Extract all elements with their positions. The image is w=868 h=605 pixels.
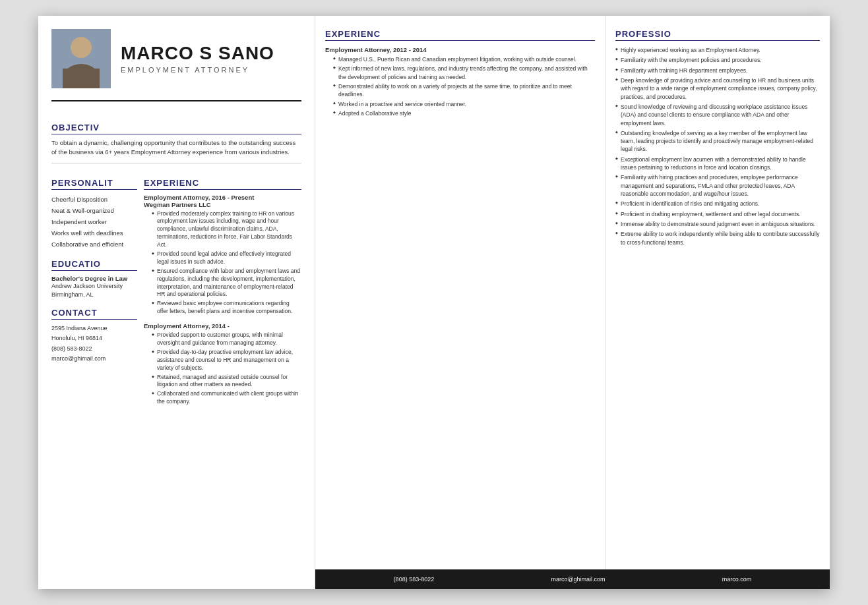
footer-bar: (808) 583-8022 marco@ghimail.com marco.c… [315,569,830,589]
exp-bullet: Ensured compliance with labor and employ… [152,268,301,299]
right-exp-bullet: Managed U.S., Puerto Rican and Canadian … [333,55,595,63]
right-exp-title: EXPERIENC [325,29,595,41]
right-exp-bullets-1: Managed U.S., Puerto Rican and Canadian … [333,55,595,117]
exp-bullet: Provided sound legal advice and effectiv… [152,250,301,266]
contact-address: 2595 Indiana Avenue [51,324,137,333]
contact-title: CONTACT [51,308,137,320]
exp-bullet: Provided moderately complex training to … [152,210,301,249]
right-exp-bullet: Adopted a Collaborative style [333,109,595,117]
exp-bullet: Provided support to customer groups, wit… [152,331,301,347]
edu-city: Birmingham, AL [51,291,137,299]
prof-bullet: Proficient in identification of risks an… [615,200,820,208]
personality-title: PERSONALIT [51,178,137,190]
header-divider [51,100,301,101]
avatar-image [51,29,111,88]
exp-entry-1: Employment Attorney, 2016 - Present Wegm… [144,194,301,316]
contact-email: marco@ghimail.com [51,354,137,364]
exp-bullet: Retained, managed and assisted outside c… [152,374,301,389]
objective-text: To obtain a dynamic, challenging opportu… [51,138,301,158]
resume-container: MARCO S SANO EMPLOYMENT ATTORNEY OBJECTI… [38,16,830,589]
prof-bullet: Immense ability to demonstrate sound jud… [615,220,820,228]
personality-item: Neat & Well-organized [51,205,137,216]
exp-title-1: Employment Attorney, 2016 - Present [144,194,301,201]
right-exp-entry-1: Employment Attorney, 2012 - 2014 Managed… [325,46,595,117]
left-content: OBJECTIV To obtain a dynamic, challengin… [38,113,315,589]
prof-bullet: Outstanding knowledge of serving as a ke… [615,129,820,154]
contact-block: 2595 Indiana Avenue Honolulu, HI 96814 (… [51,324,137,364]
prof-bullet: Proficient in drafting employment, settl… [615,210,820,218]
contact-phone: (808) 583-8022 [51,344,137,354]
professional-column: PROFESSIO Highly experienced working as … [605,16,830,569]
experience-main: EXPERIENC Employment Attorney, 2012 - 20… [315,16,605,569]
education-block: Bachelor's Degree in Law Andrew Jackson … [51,275,137,299]
exp-bullet: Provided day-to-day proactive employment… [152,349,301,372]
prof-bullet: Familiarity with training HR department … [615,67,820,74]
left-panel: MARCO S SANO EMPLOYMENT ATTORNEY OBJECTI… [38,16,315,589]
personality-list: Cheerful Disposition Neat & Well-organiz… [51,194,137,250]
edu-school: Andrew Jackson University [51,282,137,291]
personality-column: PERSONALIT Cheerful Disposition Neat & W… [51,169,137,413]
edu-degree: Bachelor's Degree in Law [51,275,137,282]
exp-bullets-2: Provided support to customer groups, wit… [152,331,301,406]
prof-bullet: Extreme ability to work independently wh… [615,230,820,246]
personality-item: Independent worker [51,216,137,227]
professional-list: Highly experienced working as an Employm… [615,46,820,246]
job-title-header: EMPLOYMENT ATTORNEY [121,66,301,74]
right-exp-bullet: Demonstrated ability to work on a variet… [333,82,595,99]
name-block: MARCO S SANO EMPLOYMENT ATTORNEY [121,43,301,74]
prof-bullet: Exceptional employment law acumen with a… [615,156,820,172]
prof-bullet: Highly experienced working as an Employm… [615,46,820,54]
personality-item: Collaborative and efficient [51,239,137,250]
objective-title: OBJECTIV [51,123,301,134]
footer-email: marco@ghimail.com [551,576,605,583]
candidate-name: MARCO S SANO [121,43,301,64]
exp-company-1: Wegman Partners LLC [144,201,301,208]
contact-citystate: Honolulu, HI 96814 [51,333,137,343]
header-top: MARCO S SANO EMPLOYMENT ATTORNEY [51,29,301,88]
prof-bullet: Familiarity with hiring practices and pr… [615,173,820,198]
right-exp-bullet: Kept informed of new laws, regulations, … [333,65,595,81]
exp-bullets-1: Provided moderately complex training to … [152,210,301,316]
footer-website: marco.com [722,576,752,583]
right-top: EXPERIENC Employment Attorney, 2012 - 20… [315,16,830,569]
personality-item: Works well with deadlines [51,227,137,239]
left-body-columns: PERSONALIT Cheerful Disposition Neat & W… [51,169,301,413]
divider-1 [51,163,301,163]
prof-bullet: Familiarity with the employment policies… [615,56,820,64]
experience-left-title: EXPERIENC [144,178,301,190]
exp-bullet: Reviewed basic employee communications r… [152,300,301,316]
prof-bullet: Deep knowledge of providing advice and c… [615,76,820,101]
experience-left-column: EXPERIENC Employment Attorney, 2016 - Pr… [144,169,301,413]
exp-bullet: Collaborated and communicated with clien… [152,390,301,406]
personality-item: Cheerful Disposition [51,194,137,205]
exp-title-2: Employment Attorney, 2014 - [144,322,301,330]
professional-title: PROFESSIO [615,29,820,41]
right-exp-title-1: Employment Attorney, 2012 - 2014 [325,46,595,53]
footer-phone: (808) 583-8022 [394,576,435,583]
header-left: MARCO S SANO EMPLOYMENT ATTORNEY [38,16,315,113]
svg-point-1 [71,37,92,58]
education-title: EDUCATIO [51,259,137,271]
prof-bullet: Sound knowledge of reviewing and discuss… [615,103,820,127]
right-panel: EXPERIENC Employment Attorney, 2012 - 20… [315,16,830,589]
exp-entry-2: Employment Attorney, 2014 - Provided sup… [144,322,301,406]
right-exp-bullet: Worked in a proactive and service orient… [333,100,595,108]
avatar [51,29,111,88]
svg-rect-3 [63,69,100,88]
